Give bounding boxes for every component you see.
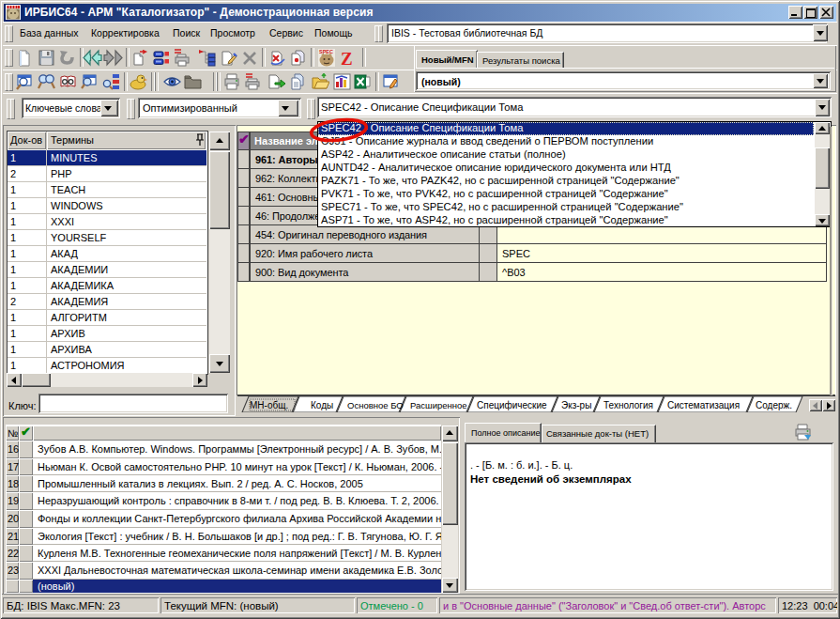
svg-text:SPEC: SPEC — [319, 49, 333, 54]
